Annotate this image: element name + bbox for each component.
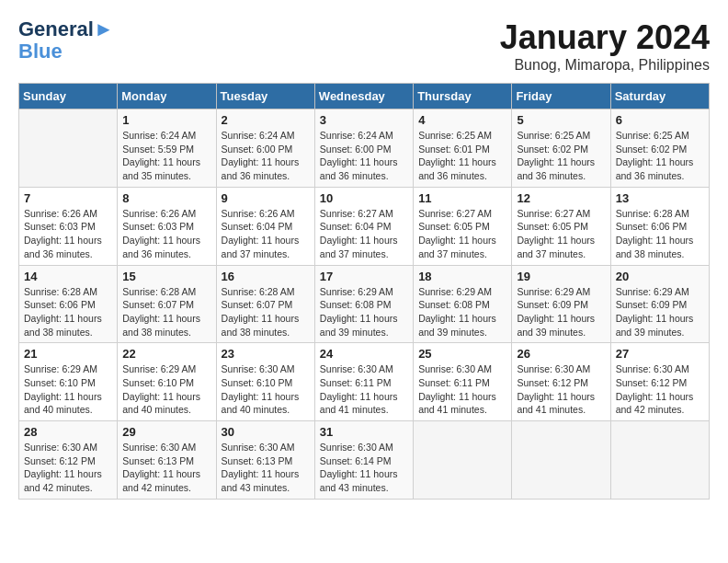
header-thursday: Thursday [414, 84, 512, 109]
header-saturday: Saturday [610, 84, 709, 109]
calendar-cell: 24Sunrise: 6:30 AMSunset: 6:11 PMDayligh… [314, 343, 413, 421]
calendar-cell: 4Sunrise: 6:25 AMSunset: 6:01 PMDaylight… [414, 109, 512, 188]
day-info: Sunrise: 6:29 AMSunset: 6:08 PMDaylight:… [320, 285, 408, 339]
calendar-cell [610, 421, 709, 500]
day-info: Sunrise: 6:30 AMSunset: 6:13 PMDaylight:… [222, 441, 310, 495]
calendar-cell: 14Sunrise: 6:28 AMSunset: 6:06 PMDayligh… [19, 265, 118, 343]
day-info: Sunrise: 6:30 AMSunset: 6:12 PMDaylight:… [517, 362, 605, 417]
title-area: January 2024 Bunog, Mimaropa, Philippine… [500, 18, 710, 74]
day-info: Sunrise: 6:26 AMSunset: 6:03 PMDaylight:… [122, 207, 210, 261]
day-number: 22 [122, 347, 210, 361]
day-info: Sunrise: 6:24 AMSunset: 6:00 PMDaylight:… [222, 129, 310, 183]
header-friday: Friday [512, 84, 610, 109]
day-number: 25 [418, 347, 506, 361]
calendar-cell: 2Sunrise: 6:24 AMSunset: 6:00 PMDaylight… [216, 109, 314, 188]
day-info: Sunrise: 6:30 AMSunset: 6:14 PMDaylight:… [320, 441, 408, 495]
day-number: 14 [24, 270, 112, 283]
calendar-cell: 5Sunrise: 6:25 AMSunset: 6:02 PMDaylight… [512, 109, 610, 188]
header-tuesday: Tuesday [216, 84, 314, 109]
calendar-cell: 19Sunrise: 6:29 AMSunset: 6:09 PMDayligh… [512, 265, 610, 343]
day-number: 29 [122, 425, 210, 439]
calendar-header-row: SundayMondayTuesdayWednesdayThursdayFrid… [19, 84, 710, 109]
calendar-cell: 18Sunrise: 6:29 AMSunset: 6:08 PMDayligh… [414, 265, 512, 343]
header-wednesday: Wednesday [314, 84, 413, 109]
calendar-cell: 1Sunrise: 6:24 AMSunset: 5:59 PMDaylight… [118, 109, 216, 188]
calendar-cell: 27Sunrise: 6:30 AMSunset: 6:12 PMDayligh… [610, 343, 709, 421]
calendar-cell: 20Sunrise: 6:29 AMSunset: 6:09 PMDayligh… [610, 265, 709, 343]
day-number: 27 [616, 347, 704, 361]
day-number: 1 [122, 113, 210, 127]
calendar-cell: 28Sunrise: 6:30 AMSunset: 6:12 PMDayligh… [19, 421, 118, 500]
calendar-week-5: 28Sunrise: 6:30 AMSunset: 6:12 PMDayligh… [19, 421, 710, 500]
day-number: 15 [122, 270, 210, 283]
day-number: 13 [616, 191, 704, 205]
calendar-table: SundayMondayTuesdayWednesdayThursdayFrid… [18, 83, 710, 500]
logo-text: General► [18, 18, 114, 40]
day-number: 23 [222, 347, 310, 361]
day-info: Sunrise: 6:25 AMSunset: 6:02 PMDaylight:… [616, 129, 704, 183]
day-info: Sunrise: 6:28 AMSunset: 6:06 PMDaylight:… [24, 285, 112, 339]
header-monday: Monday [118, 84, 216, 109]
day-number: 5 [517, 113, 605, 127]
day-number: 24 [320, 347, 408, 361]
day-info: Sunrise: 6:26 AMSunset: 6:04 PMDaylight:… [222, 207, 310, 261]
day-info: Sunrise: 6:30 AMSunset: 6:11 PMDaylight:… [418, 362, 506, 417]
day-info: Sunrise: 6:25 AMSunset: 6:01 PMDaylight:… [418, 129, 506, 183]
day-number: 7 [24, 191, 112, 205]
day-number: 18 [418, 270, 506, 283]
calendar-cell: 3Sunrise: 6:24 AMSunset: 6:00 PMDaylight… [314, 109, 413, 188]
calendar-cell: 26Sunrise: 6:30 AMSunset: 6:12 PMDayligh… [512, 343, 610, 421]
day-number: 30 [222, 425, 310, 439]
day-info: Sunrise: 6:30 AMSunset: 6:13 PMDaylight:… [122, 441, 210, 495]
header: General► Blue January 2024 Bunog, Mimaro… [18, 18, 710, 74]
day-info: Sunrise: 6:28 AMSunset: 6:06 PMDaylight:… [616, 207, 704, 261]
logo-blue: Blue [18, 40, 63, 63]
day-number: 31 [320, 425, 408, 439]
day-number: 12 [517, 191, 605, 205]
calendar-cell: 11Sunrise: 6:27 AMSunset: 6:05 PMDayligh… [414, 187, 512, 265]
calendar-cell: 12Sunrise: 6:27 AMSunset: 6:05 PMDayligh… [512, 187, 610, 265]
day-info: Sunrise: 6:24 AMSunset: 6:00 PMDaylight:… [320, 129, 408, 183]
calendar-cell: 10Sunrise: 6:27 AMSunset: 6:04 PMDayligh… [314, 187, 413, 265]
day-info: Sunrise: 6:24 AMSunset: 5:59 PMDaylight:… [122, 129, 210, 183]
calendar-cell: 16Sunrise: 6:28 AMSunset: 6:07 PMDayligh… [216, 265, 314, 343]
calendar-cell: 9Sunrise: 6:26 AMSunset: 6:04 PMDaylight… [216, 187, 314, 265]
day-number: 10 [320, 191, 408, 205]
day-info: Sunrise: 6:30 AMSunset: 6:12 PMDaylight:… [616, 362, 704, 417]
calendar-cell: 17Sunrise: 6:29 AMSunset: 6:08 PMDayligh… [314, 265, 413, 343]
calendar-cell: 23Sunrise: 6:30 AMSunset: 6:10 PMDayligh… [216, 343, 314, 421]
day-info: Sunrise: 6:28 AMSunset: 6:07 PMDaylight:… [122, 285, 210, 339]
day-info: Sunrise: 6:29 AMSunset: 6:10 PMDaylight:… [122, 362, 210, 417]
day-number: 3 [320, 113, 408, 127]
day-number: 8 [122, 191, 210, 205]
day-number: 6 [616, 113, 704, 127]
day-info: Sunrise: 6:27 AMSunset: 6:05 PMDaylight:… [517, 207, 605, 261]
day-info: Sunrise: 6:28 AMSunset: 6:07 PMDaylight:… [222, 285, 310, 339]
day-number: 17 [320, 270, 408, 283]
day-number: 21 [24, 347, 112, 361]
day-info: Sunrise: 6:27 AMSunset: 6:05 PMDaylight:… [418, 207, 506, 261]
day-number: 26 [517, 347, 605, 361]
calendar-cell: 22Sunrise: 6:29 AMSunset: 6:10 PMDayligh… [118, 343, 216, 421]
day-info: Sunrise: 6:30 AMSunset: 6:11 PMDaylight:… [320, 362, 408, 417]
day-info: Sunrise: 6:29 AMSunset: 6:08 PMDaylight:… [418, 285, 506, 339]
calendar-cell: 8Sunrise: 6:26 AMSunset: 6:03 PMDaylight… [118, 187, 216, 265]
calendar-cell: 13Sunrise: 6:28 AMSunset: 6:06 PMDayligh… [610, 187, 709, 265]
calendar-cell [19, 109, 118, 188]
day-number: 11 [418, 191, 506, 205]
day-info: Sunrise: 6:25 AMSunset: 6:02 PMDaylight:… [517, 129, 605, 183]
calendar-cell: 21Sunrise: 6:29 AMSunset: 6:10 PMDayligh… [19, 343, 118, 421]
calendar-week-4: 21Sunrise: 6:29 AMSunset: 6:10 PMDayligh… [19, 343, 710, 421]
calendar-cell: 31Sunrise: 6:30 AMSunset: 6:14 PMDayligh… [314, 421, 413, 500]
day-info: Sunrise: 6:29 AMSunset: 6:10 PMDaylight:… [24, 362, 112, 417]
calendar-subtitle: Bunog, Mimaropa, Philippines [500, 57, 710, 74]
day-number: 16 [222, 270, 310, 283]
day-number: 9 [222, 191, 310, 205]
calendar-title: January 2024 [500, 18, 710, 57]
calendar-cell: 7Sunrise: 6:26 AMSunset: 6:03 PMDaylight… [19, 187, 118, 265]
calendar-cell [512, 421, 610, 500]
day-info: Sunrise: 6:30 AMSunset: 6:10 PMDaylight:… [222, 362, 310, 417]
day-number: 19 [517, 270, 605, 283]
day-number: 4 [418, 113, 506, 127]
calendar-cell: 30Sunrise: 6:30 AMSunset: 6:13 PMDayligh… [216, 421, 314, 500]
